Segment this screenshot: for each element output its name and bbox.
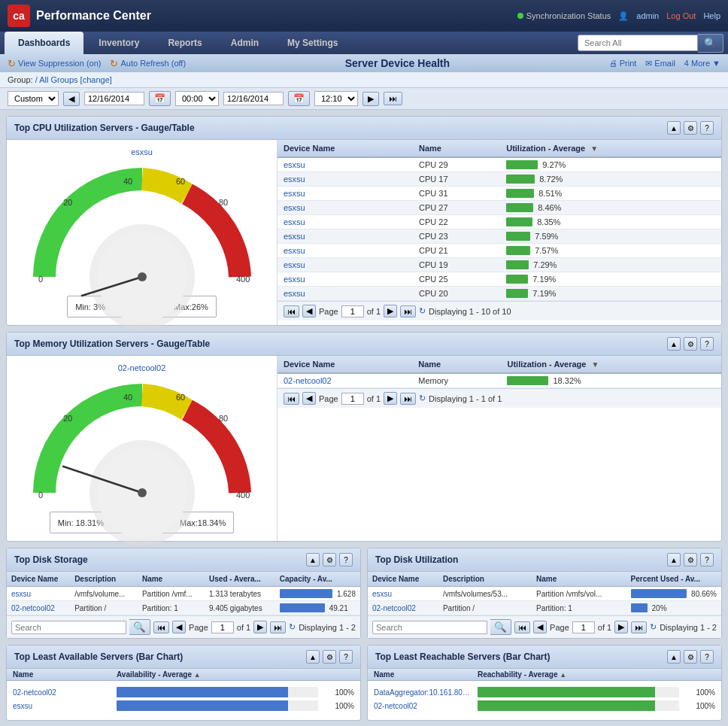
re-help-button[interactable]: ? — [700, 650, 714, 664]
du-page-input[interactable] — [572, 621, 595, 633]
cpu-last-button[interactable]: ⏭ — [400, 305, 416, 317]
memory-help-button[interactable]: ? — [700, 337, 714, 351]
mem-last-button[interactable]: ⏭ — [400, 393, 416, 405]
ds-next-btn[interactable]: ▶ — [253, 621, 267, 633]
ds-last-btn[interactable]: ⏭ — [270, 621, 286, 633]
du-prev-btn[interactable]: ◀ — [533, 621, 547, 633]
re-collapse-button[interactable]: ▲ — [667, 650, 681, 664]
mem-next-button[interactable]: ▶ — [384, 392, 397, 405]
ds-device-cell[interactable]: esxsu — [7, 587, 70, 601]
av-collapse-button[interactable]: ▲ — [306, 650, 320, 664]
date2-input[interactable] — [223, 92, 284, 105]
mem-prev-button[interactable]: ◀ — [302, 392, 316, 405]
ds-help-button[interactable]: ? — [339, 553, 353, 567]
date2-picker-button[interactable]: 📅 — [288, 91, 310, 106]
ds-device-cell[interactable]: 02-netcool02 — [7, 601, 70, 615]
view-suppression-link[interactable]: ↻ View Suppression (on) — [8, 58, 101, 69]
cpu-device-cell[interactable]: esxsu — [278, 258, 413, 272]
du-last-btn[interactable]: ⏭ — [631, 621, 647, 633]
time1-select[interactable]: 00:00 — [175, 91, 219, 106]
cpu-name-cell: CPU 25 — [413, 272, 500, 287]
ds-collapse-button[interactable]: ▲ — [306, 553, 320, 567]
tab-reports[interactable]: Reports — [154, 32, 215, 54]
table-row: esxsu CPU 17 8.72% — [278, 172, 721, 187]
tab-admin[interactable]: Admin — [217, 32, 272, 54]
user-link[interactable]: admin — [636, 11, 659, 20]
cpu-device-cell[interactable]: esxsu — [278, 157, 413, 172]
av-settings-button[interactable]: ⚙ — [323, 650, 336, 664]
date1-picker-button[interactable]: 📅 — [149, 91, 171, 106]
tab-dashboards[interactable]: Dashboards — [5, 32, 83, 54]
cpu-help-button[interactable]: ? — [700, 121, 714, 135]
av-help-button[interactable]: ? — [339, 650, 353, 664]
du-device-cell[interactable]: 02-netcool02 — [368, 601, 438, 615]
re-settings-button[interactable]: ⚙ — [684, 650, 697, 664]
group-path[interactable]: / All Groups [change] — [35, 75, 112, 84]
mem-first-button[interactable]: ⏮ — [284, 393, 299, 405]
cpu-first-button[interactable]: ⏮ — [284, 305, 299, 317]
time-end-button[interactable]: ⏭ — [384, 92, 402, 105]
cpu-device-cell[interactable]: esxsu — [278, 244, 413, 258]
mem-refresh-icon[interactable]: ↻ — [419, 393, 426, 403]
help-link[interactable]: Help — [703, 11, 720, 20]
disk-storage-search-button[interactable]: 🔍 — [129, 619, 150, 635]
ds-settings-button[interactable]: ⚙ — [323, 553, 336, 567]
ds-prev-btn[interactable]: ◀ — [172, 621, 186, 633]
cpu-collapse-button[interactable]: ▲ — [667, 121, 681, 135]
du-next-btn[interactable]: ▶ — [614, 621, 628, 633]
du-first-btn[interactable]: ⏮ — [514, 621, 530, 633]
cpu-device-cell[interactable]: esxsu — [278, 287, 413, 301]
date1-input[interactable] — [84, 92, 144, 105]
mem-device-cell[interactable]: 02-netcool02 — [278, 373, 412, 388]
cpu-refresh-icon[interactable]: ↻ — [419, 306, 426, 316]
logo-icon: ca — [8, 5, 30, 27]
du-collapse-button[interactable]: ▲ — [667, 553, 681, 567]
ds-refresh[interactable]: ↻ — [289, 622, 296, 632]
tab-inventory[interactable]: Inventory — [85, 32, 153, 54]
disk-storage-search-input[interactable] — [11, 621, 126, 634]
avail-row-label[interactable]: esxsu — [13, 702, 111, 710]
ds-desc-cell: Partition / — [70, 601, 138, 615]
du-device-cell[interactable]: esxsu — [368, 587, 438, 601]
disk-util-search-input[interactable] — [372, 621, 487, 634]
search-button[interactable]: 🔍 — [698, 34, 723, 53]
ds-first-btn[interactable]: ⏮ — [153, 621, 169, 633]
mem-page-input[interactable] — [341, 393, 364, 405]
logout-link[interactable]: Log Out — [666, 11, 696, 20]
print-link[interactable]: 🖨 Print — [609, 59, 637, 68]
cpu-prev-button[interactable]: ◀ — [302, 305, 316, 317]
cpu-device-cell[interactable]: esxsu — [278, 272, 413, 287]
reach-row-label[interactable]: 02-netcool02 — [374, 702, 472, 710]
cpu-pagination: ⏮ ◀ Page of 1 ▶ ⏭ ↻ Displaying 1 - 10 of… — [278, 301, 721, 320]
cpu-device-cell[interactable]: esxsu — [278, 201, 413, 215]
reach-row-label[interactable]: DataAggregator:10.161.80.150 — [374, 688, 472, 697]
tab-my-settings[interactable]: My Settings — [274, 32, 351, 54]
cpu-page-input[interactable] — [341, 305, 364, 317]
cpu-device-cell[interactable]: esxsu — [278, 172, 413, 187]
ds-page-input[interactable] — [211, 621, 234, 633]
cpu-device-cell[interactable]: esxsu — [278, 215, 413, 229]
du-help-button[interactable]: ? — [700, 553, 714, 567]
du-settings-button[interactable]: ⚙ — [684, 553, 697, 567]
memory-collapse-button[interactable]: ▲ — [667, 337, 681, 351]
cpu-next-button[interactable]: ▶ — [384, 305, 397, 317]
cpu-device-cell[interactable]: esxsu — [278, 229, 413, 244]
cpu-device-cell[interactable]: esxsu — [278, 187, 413, 201]
cpu-settings-button[interactable]: ⚙ — [684, 121, 697, 135]
more-link[interactable]: 4 More ▼ — [684, 59, 720, 68]
svg-text:60: 60 — [176, 177, 185, 186]
auto-refresh-link[interactable]: ↻ Auto Refresh (off) — [110, 58, 186, 69]
avail-row-label[interactable]: 02-netcool02 — [13, 688, 111, 697]
time2-select[interactable]: 12:10 — [314, 91, 358, 106]
disk-util-search-button[interactable]: 🔍 — [490, 619, 511, 635]
time-preset-select[interactable]: Custom — [8, 91, 59, 106]
email-label: Email — [654, 59, 675, 68]
email-link[interactable]: ✉ Email — [645, 59, 675, 68]
memory-settings-button[interactable]: ⚙ — [684, 337, 697, 351]
time-play-button[interactable]: ▶ — [362, 92, 379, 106]
search-input[interactable] — [578, 35, 698, 51]
cpu-pagination-info: Displaying 1 - 10 of 10 — [429, 307, 511, 316]
memory-gauge-table: 02-netcool02 0 20 40 60 80 400 — [7, 356, 721, 541]
time-prev-button[interactable]: ◀ — [63, 92, 80, 106]
du-refresh[interactable]: ↻ — [650, 622, 657, 632]
